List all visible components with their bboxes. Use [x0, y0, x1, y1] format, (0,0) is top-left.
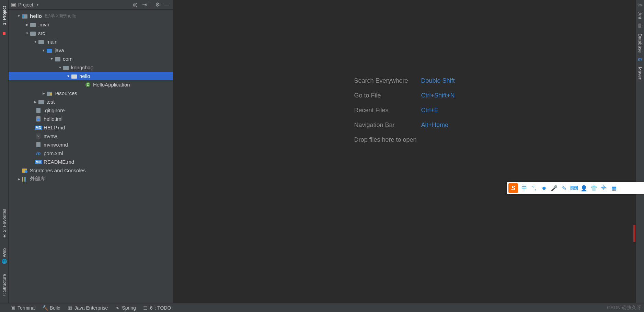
project-tab[interactable]: 1: Project — [2, 6, 7, 25]
terminal-icon: ▣ — [10, 305, 15, 310]
tree-main[interactable]: main — [9, 37, 173, 46]
project-tool-window: ▣ Project ▼ ◎ ⇥ ⚙ — hello E:\学习吧\hello .… — [9, 0, 173, 312]
svg-rect-12 — [50, 93, 52, 95]
ime-menu-icon[interactable]: ▦ — [610, 184, 618, 192]
database-tab[interactable]: Database — [637, 34, 643, 53]
structure-tab[interactable]: 7: Structure — [2, 274, 7, 297]
tree-gitignore[interactable]: .gitignore — [9, 106, 173, 115]
maven-icon: m — [637, 57, 643, 62]
ime-pen-icon[interactable]: ✎ — [560, 184, 568, 192]
favorites-tab[interactable]: ★ 2: Favorites — [2, 209, 7, 239]
spring-tab[interactable]: ❧Spring — [115, 305, 136, 311]
ant-icon: 🐜 — [637, 2, 643, 7]
ime-keyboard-icon[interactable]: ⌨ — [570, 184, 578, 192]
hint-goto: Go to FileCtrl+Shift+N — [354, 92, 455, 99]
ime-emoji-icon[interactable]: ☻ — [540, 184, 548, 192]
svg-rect-2 — [30, 23, 36, 27]
md-icon: MD — [35, 159, 42, 165]
tree-iml[interactable]: hello.iml — [9, 115, 173, 123]
hammer-icon: 🔨 — [43, 305, 48, 310]
tree-java[interactable]: java — [9, 46, 173, 55]
project-panel-title[interactable]: Project — [18, 2, 33, 8]
tree-src[interactable]: src — [9, 29, 173, 37]
svg-rect-3 — [30, 32, 36, 36]
tree-test[interactable]: test — [9, 97, 173, 106]
ime-toolbar[interactable]: S 中 °, ☻ 🎤 ✎ ⌨ 👤 👕 全 ▦ — [507, 182, 644, 194]
javaee-tab[interactable]: ▦Java Enterprise — [67, 305, 108, 311]
chevron-right-icon[interactable] — [33, 100, 37, 104]
javaee-icon: ▦ — [67, 305, 72, 310]
tree-com[interactable]: com — [9, 55, 173, 63]
chevron-down-icon[interactable] — [17, 14, 21, 18]
project-tree[interactable]: hello E:\学习吧\hello .mvn src main — [9, 10, 173, 312]
tree-root[interactable]: hello E:\学习吧\hello — [9, 12, 173, 20]
folder-icon — [30, 22, 36, 28]
web-tab[interactable]: 🌐 Web — [2, 248, 7, 264]
separator — [151, 2, 151, 8]
editor-empty-state: Search EverywhereDouble Shift Go to File… — [173, 0, 635, 312]
tree-pom[interactable]: m pom.xml — [9, 149, 173, 158]
package-icon — [71, 73, 77, 79]
project-icon: ▣ — [11, 2, 16, 8]
right-tool-strip: 🐜 Ant 🗄 Database m Maven — [635, 0, 644, 312]
tree-helpmd[interactable]: MD HELP.md — [9, 123, 173, 132]
tree-mvnw[interactable]: >_ mvnw — [9, 132, 173, 140]
chevron-right-icon[interactable] — [17, 177, 21, 181]
chevron-down-icon[interactable] — [33, 40, 37, 44]
svg-rect-6 — [55, 57, 60, 61]
tree-resources[interactable]: resources — [9, 89, 173, 97]
chevron-down-icon[interactable] — [58, 66, 62, 69]
chevron-down-icon[interactable] — [42, 49, 46, 52]
chevron-down-icon[interactable] — [66, 74, 70, 78]
tree-readme[interactable]: MD README.md — [9, 158, 173, 166]
class-icon: C — [85, 82, 91, 88]
ime-user-icon[interactable]: 👤 — [580, 184, 588, 192]
tree-external[interactable]: 外部库 — [9, 175, 173, 183]
tree-scratches[interactable]: Scratches and Consoles — [9, 166, 173, 175]
svg-rect-22 — [22, 177, 23, 182]
hide-icon[interactable]: — — [163, 1, 170, 9]
module-icon — [22, 13, 28, 19]
md-icon: MD — [35, 125, 42, 131]
build-tab[interactable]: 🔨Build — [43, 305, 60, 311]
ant-tab[interactable]: Ant — [637, 12, 643, 19]
ime-zhong[interactable]: 中 — [520, 184, 528, 192]
file-icon — [35, 107, 42, 114]
tree-root-label: hello — [30, 13, 42, 19]
ime-mic-icon[interactable]: 🎤 — [550, 184, 558, 192]
maven-tab[interactable]: Maven — [637, 67, 643, 80]
chevron-down-icon[interactable] — [50, 57, 54, 61]
todo-tab[interactable]: ☲6: TODO — [143, 305, 171, 311]
chevron-right-icon[interactable] — [25, 23, 29, 26]
svg-text:>_: >_ — [37, 135, 41, 138]
ime-skin-icon[interactable]: 👕 — [590, 184, 598, 192]
svg-rect-24 — [25, 177, 26, 182]
tree-hello-pkg[interactable]: hello — [9, 72, 173, 80]
tree-hello-app[interactable]: C HelloApplication — [9, 80, 173, 89]
gear-icon[interactable]: ⚙ — [154, 1, 161, 9]
folder-icon — [38, 39, 44, 45]
source-folder-icon — [46, 47, 53, 54]
sogou-logo-icon[interactable]: S — [508, 183, 518, 193]
left-tool-strip: 1: Project ★ 2: Favorites 🌐 Web 7: Struc… — [0, 0, 9, 312]
collapse-icon[interactable]: ⇥ — [140, 1, 148, 9]
ime-punct-icon[interactable]: °, — [530, 184, 538, 192]
todo-icon: ☲ — [143, 305, 148, 310]
chevron-right-icon[interactable] — [42, 92, 46, 95]
chevron-down-icon[interactable] — [25, 32, 29, 35]
svg-rect-5 — [47, 49, 52, 53]
tree-mvn[interactable]: .mvn — [9, 20, 173, 29]
ime-quan[interactable]: 全 — [600, 184, 608, 192]
scratches-icon — [22, 167, 28, 174]
svg-rect-7 — [63, 66, 69, 70]
svg-rect-8 — [71, 74, 77, 79]
package-icon — [63, 65, 69, 71]
dropdown-icon[interactable]: ▼ — [36, 3, 39, 7]
svg-rect-4 — [38, 40, 44, 44]
hint-nav: Navigation BarAlt+Home — [354, 122, 455, 129]
spring-icon: ❧ — [115, 305, 120, 310]
locate-icon[interactable]: ◎ — [131, 1, 139, 9]
tree-mvnwcmd[interactable]: mvnw.cmd — [9, 140, 173, 149]
tree-kongchao[interactable]: kongchao — [9, 63, 173, 72]
terminal-tab[interactable]: ▣Terminal — [10, 305, 36, 311]
